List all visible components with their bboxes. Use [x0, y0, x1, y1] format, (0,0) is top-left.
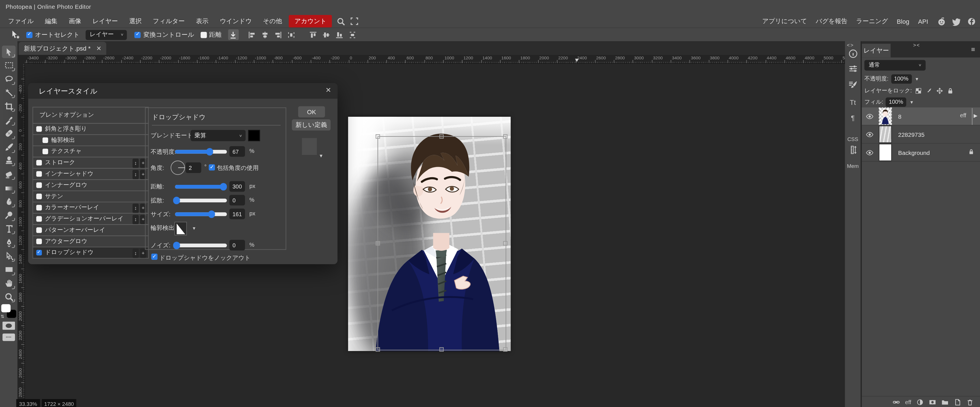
dialog-close-icon[interactable]: ✕ — [326, 86, 331, 94]
twitter-icon[interactable] — [952, 17, 961, 26]
tool-lasso[interactable] — [2, 73, 16, 86]
top-link-バグを報告[interactable]: バグを報告 — [816, 17, 847, 26]
align-right-icon[interactable] — [274, 30, 282, 39]
transform-handle[interactable] — [375, 241, 380, 245]
transform-handle[interactable] — [375, 134, 380, 138]
style-checkbox[interactable] — [36, 171, 42, 177]
fill-caret-icon[interactable]: ▼ — [910, 100, 914, 104]
foreground-color-swatch[interactable] — [1, 304, 11, 312]
layers-link-button[interactable] — [892, 398, 900, 406]
layer-visibility-icon[interactable] — [866, 130, 874, 138]
panel-css-icon[interactable]: CSS — [845, 132, 861, 144]
style-checkbox[interactable] — [36, 193, 42, 199]
keyboard-shortcuts-button[interactable] — [3, 334, 15, 341]
tool-move[interactable] — [2, 46, 16, 58]
transform-handle[interactable] — [375, 347, 380, 352]
contour-thumbnail[interactable] — [175, 222, 187, 236]
top-link-ラーニング[interactable]: ラーニング — [856, 17, 888, 26]
horizontal-ruler[interactable]: -3400-3200-3000-2800-2600-2400-2200-2000… — [25, 55, 845, 63]
reorder-button[interactable]: ↕ — [132, 170, 138, 179]
zoom-level-readout[interactable]: 33.33% — [16, 399, 40, 407]
tool-eraser[interactable] — [2, 168, 16, 181]
lock-all-icon[interactable] — [947, 87, 954, 94]
reddit-icon[interactable] — [937, 17, 946, 26]
size-slider[interactable] — [175, 212, 227, 216]
transform-handle[interactable] — [503, 241, 508, 245]
style-checkbox[interactable] — [36, 227, 42, 233]
panel-brush-settings-icon[interactable] — [845, 80, 861, 90]
tool-gradient[interactable] — [2, 182, 16, 194]
tool-heal[interactable] — [2, 127, 16, 139]
reorder-button[interactable]: ↕ — [132, 215, 138, 224]
style-item-ドロップシャドウ[interactable]: ドロップシャドウ↕+ — [32, 247, 149, 259]
tool-crop[interactable] — [2, 100, 16, 112]
layers-folder-button[interactable] — [941, 398, 949, 406]
menu-表示[interactable]: 表示 — [190, 15, 214, 27]
transform-handle[interactable] — [503, 347, 508, 352]
opacity-value[interactable]: 67 — [229, 146, 245, 157]
layer-opacity-value[interactable]: 100% — [891, 74, 912, 83]
reorder-button[interactable]: ↕ — [132, 249, 138, 258]
style-checkbox[interactable] — [43, 149, 48, 154]
transform-controls-checkbox[interactable] — [135, 32, 141, 38]
top-link-アプリについて[interactable]: アプリについて — [762, 17, 807, 26]
noise-slider[interactable] — [175, 244, 227, 247]
transform-handle[interactable] — [503, 134, 508, 138]
top-link-API[interactable]: API — [918, 18, 928, 25]
dialog-header[interactable]: レイヤースタイル ✕ — [28, 83, 337, 99]
panel-measure-icon[interactable] — [845, 145, 861, 155]
style-item-ストローク[interactable]: ストローク↕+ — [32, 157, 149, 169]
layers-new-layer-button[interactable] — [954, 398, 961, 406]
transform-handle[interactable] — [439, 134, 444, 138]
quick-mask-button[interactable] — [3, 321, 15, 330]
close-tab-icon[interactable]: ✕ — [96, 45, 102, 52]
noise-value[interactable]: 0 — [229, 240, 245, 251]
layer-visibility-icon[interactable] — [866, 112, 874, 120]
menu-画像[interactable]: 画像 — [63, 15, 87, 27]
tool-brush[interactable] — [2, 141, 16, 154]
opacity-caret-icon[interactable]: ▼ — [915, 77, 919, 81]
panel-memory-icon[interactable]: Mem — [845, 159, 861, 170]
lock-move-icon[interactable] — [936, 87, 943, 94]
tool-clone-stamp[interactable] — [2, 155, 16, 167]
align-middle-icon[interactable] — [321, 30, 330, 39]
menu-選択[interactable]: 選択 — [124, 15, 147, 27]
vertical-ruler[interactable]: -400-20002004006008001000120014001600180… — [18, 63, 25, 407]
reorder-button[interactable]: ↕ — [132, 158, 138, 168]
style-item-インナーグロウ[interactable]: インナーグロウ — [32, 179, 149, 191]
add-instance-button[interactable]: + — [140, 249, 146, 258]
tab-layers[interactable]: レイヤー — [862, 44, 891, 58]
distance-slider[interactable] — [175, 185, 227, 188]
tool-marquee[interactable] — [2, 59, 16, 71]
align-bottom-icon[interactable] — [335, 30, 344, 39]
menu-フィルター[interactable]: フィルター — [147, 15, 190, 27]
swap-colors-icon[interactable]: ⇅ — [0, 314, 4, 319]
layer-expand-icon[interactable]: ▶ — [974, 113, 978, 119]
menu-レイヤー[interactable]: レイヤー — [87, 15, 124, 27]
layers-mask-button[interactable] — [929, 398, 937, 406]
spread-value[interactable]: 0 — [229, 195, 245, 206]
style-item-カラーオーバーレイ[interactable]: カラーオーバーレイ↕+ — [32, 202, 149, 214]
auto-select-checkbox[interactable] — [26, 32, 32, 38]
tool-direct-select[interactable] — [2, 250, 16, 262]
style-preview-caret-icon[interactable]: ▼ — [319, 153, 323, 158]
top-link-Blog[interactable]: Blog — [897, 18, 909, 25]
document-tab[interactable]: 新規プロジェクト.psd * ✕ — [19, 42, 107, 55]
layers-adjustment-button[interactable] — [916, 398, 924, 406]
transform-handle[interactable] — [439, 347, 444, 352]
layer-thumbnail[interactable] — [879, 144, 891, 160]
menu-ファイル[interactable]: ファイル — [3, 15, 39, 27]
tool-rectangle[interactable] — [2, 263, 16, 276]
contour-caret-icon[interactable]: ▼ — [192, 226, 196, 230]
fullscreen-icon[interactable] — [350, 16, 360, 26]
ok-button[interactable]: OK — [298, 106, 325, 117]
layer-thumbnail[interactable] — [879, 126, 891, 142]
knockout-checkbox[interactable] — [151, 253, 158, 260]
target-select-dropdown[interactable]: レイヤー ˅ — [86, 30, 127, 40]
layers-scrollbar[interactable] — [972, 108, 972, 125]
tool-pen[interactable] — [2, 236, 16, 249]
layers-delete-button[interactable] — [966, 398, 974, 406]
style-checkbox[interactable] — [36, 216, 42, 222]
style-checkbox[interactable] — [36, 205, 42, 211]
menu-ウインドウ[interactable]: ウインドウ — [214, 15, 258, 27]
